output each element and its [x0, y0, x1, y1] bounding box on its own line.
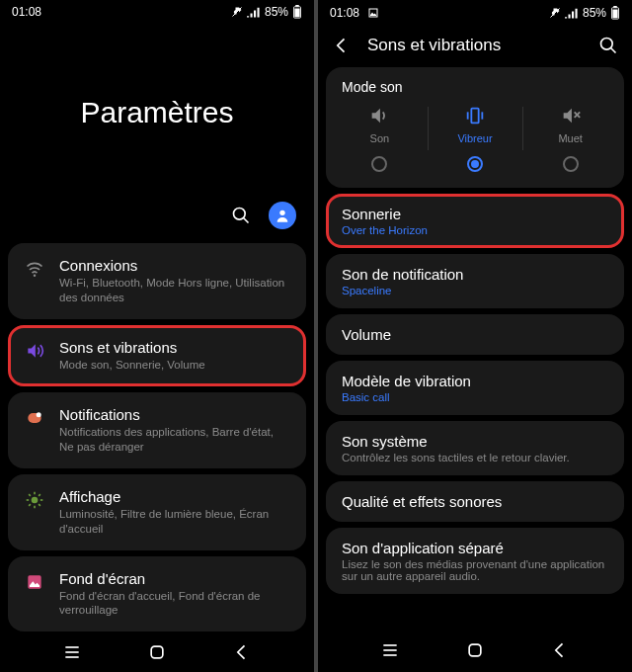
- svg-rect-23: [151, 646, 163, 658]
- svg-point-10: [32, 496, 39, 503]
- item-title: Son de notification: [342, 266, 608, 283]
- item-sub: Basic call: [342, 391, 608, 403]
- appbar-title: Sons et vibrations: [367, 36, 583, 55]
- settings-item-fond-ecran[interactable]: Fond d'écran Fond d'écran d'accueil, Fon…: [8, 556, 306, 632]
- speaker-icon: [24, 339, 45, 361]
- item-sub: Fond d'écran d'accueil, Fond d'écran de …: [59, 589, 290, 619]
- status-time: 01:08: [330, 6, 359, 20]
- search-icon: [598, 36, 618, 55]
- status-bar: 01:08 85%: [318, 0, 632, 26]
- svg-rect-39: [469, 644, 481, 656]
- nav-bar: [0, 631, 314, 672]
- vibrate-status-icon: [549, 7, 561, 19]
- chevron-left-icon: [332, 36, 352, 55]
- battery-icon: [292, 5, 302, 19]
- wifi-icon: [24, 257, 45, 279]
- svg-line-18: [39, 494, 40, 496]
- vibrate-status-icon: [231, 6, 243, 18]
- nav-home[interactable]: [147, 642, 167, 662]
- svg-point-29: [601, 39, 613, 50]
- radio: [371, 156, 387, 172]
- search-button[interactable]: [598, 36, 618, 55]
- item-title: Fond d'écran: [59, 570, 290, 587]
- item-sonnerie[interactable]: Sonnerie Over the Horizon: [326, 194, 624, 248]
- search-icon: [231, 206, 251, 225]
- phone-left: 01:08 85% Paramètres: [0, 0, 314, 672]
- vibrate-icon: [464, 105, 486, 126]
- item-sub: Luminosité, Filtre de lumière bleue, Écr…: [59, 507, 290, 537]
- item-title: Notifications: [59, 406, 290, 423]
- settings-item-connexions[interactable]: Connexions Wi-Fi, Bluetooth, Mode Hors l…: [8, 243, 306, 319]
- nav-bar: [318, 629, 632, 672]
- svg-point-7: [34, 274, 37, 277]
- page-title: Paramètres: [0, 24, 314, 202]
- item-sub: Spaceline: [342, 285, 608, 296]
- svg-point-6: [279, 210, 284, 215]
- mute-icon: [560, 105, 582, 126]
- item-title: Affichage: [59, 488, 290, 505]
- item-son-notification[interactable]: Son de notification Spaceline: [326, 254, 624, 308]
- item-son-application[interactable]: Son d'application séparé Lisez le son de…: [326, 528, 624, 594]
- item-title: Connexions: [59, 257, 290, 274]
- signal-icon: [565, 7, 579, 19]
- mode-label: Son: [370, 132, 390, 144]
- item-sub: Contrôlez les sons tactiles et le retour…: [342, 452, 608, 463]
- item-modele-vibration[interactable]: Modèle de vibration Basic call: [326, 361, 624, 415]
- mode-option-vibreur[interactable]: Vibreur: [428, 105, 523, 172]
- settings-item-sons[interactable]: Sons et vibrations Mode son, Sonnerie, V…: [8, 325, 306, 386]
- wallpaper-icon: [24, 570, 45, 592]
- item-title: Volume: [342, 326, 608, 343]
- item-title: Qualité et effets sonores: [342, 493, 608, 510]
- svg-rect-3: [294, 8, 299, 17]
- notification-icon: [24, 406, 45, 428]
- nav-recents[interactable]: [380, 640, 400, 660]
- radio: [563, 156, 579, 172]
- person-icon: [275, 208, 290, 223]
- status-time: 01:08: [12, 5, 41, 19]
- item-volume[interactable]: Volume: [326, 314, 624, 355]
- mode-title: Mode son: [326, 79, 624, 105]
- mode-label: Vibreur: [457, 132, 492, 144]
- nav-recents[interactable]: [62, 642, 82, 662]
- item-sub: Over the Horizon: [342, 224, 608, 236]
- brightness-icon: [24, 488, 45, 510]
- sound-mode-card: Mode son Son Vibreur Muet: [326, 67, 624, 188]
- signal-icon: [247, 6, 261, 18]
- item-title: Sons et vibrations: [59, 339, 290, 356]
- nav-back[interactable]: [232, 642, 252, 662]
- item-sub: Lisez le son des médias provenant d'une …: [342, 558, 608, 582]
- nav-back[interactable]: [550, 640, 570, 660]
- battery-text: 85%: [583, 6, 606, 20]
- search-button[interactable]: [231, 206, 251, 225]
- nav-home[interactable]: [465, 640, 485, 660]
- settings-item-affichage[interactable]: Affichage Luminosité, Filtre de lumière …: [8, 474, 306, 550]
- item-son-systeme[interactable]: Son système Contrôlez les sons tactiles …: [326, 421, 624, 475]
- mode-option-son[interactable]: Son: [332, 105, 428, 172]
- settings-list: Connexions Wi-Fi, Bluetooth, Mode Hors l…: [0, 243, 314, 631]
- settings-item-notifications[interactable]: Notifications Notifications des applicat…: [8, 392, 306, 468]
- mode-option-muet[interactable]: Muet: [522, 105, 618, 172]
- svg-line-17: [29, 504, 31, 506]
- svg-line-30: [611, 48, 616, 53]
- svg-point-9: [37, 412, 41, 417]
- back-button[interactable]: [332, 36, 352, 55]
- profile-button[interactable]: [269, 202, 296, 229]
- battery-text: 85%: [265, 5, 288, 19]
- svg-rect-27: [613, 6, 617, 8]
- svg-line-16: [39, 504, 40, 506]
- item-sub: Notifications des applications, Barre d'…: [59, 425, 290, 455]
- svg-rect-28: [612, 10, 617, 19]
- sound-icon: [368, 105, 390, 126]
- screenshot-icon: [367, 7, 379, 19]
- svg-line-5: [244, 217, 249, 222]
- app-bar: Sons et vibrations: [318, 26, 632, 67]
- item-title: Son d'application séparé: [342, 540, 608, 556]
- battery-icon: [610, 6, 620, 20]
- radio-active: [467, 156, 483, 172]
- mode-label: Muet: [558, 132, 582, 144]
- item-title: Modèle de vibration: [342, 373, 608, 389]
- svg-line-15: [29, 494, 31, 496]
- item-sub: Mode son, Sonnerie, Volume: [59, 358, 290, 373]
- phone-right: 01:08 85% Sons et vibrations Mode son So…: [318, 0, 632, 672]
- item-qualite-effets[interactable]: Qualité et effets sonores: [326, 481, 624, 522]
